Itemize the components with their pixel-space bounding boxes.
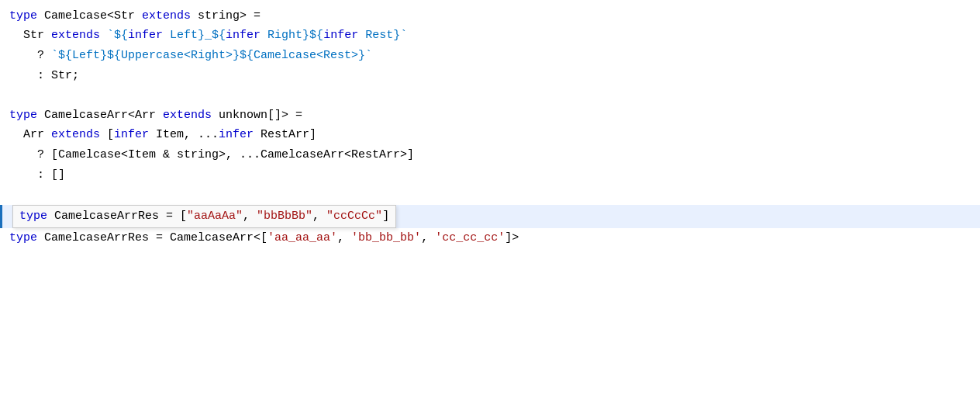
code-token: Item, ... <box>149 126 219 144</box>
code-token: 'bb_bb_bb' <box>351 229 421 248</box>
tooltip-box: type CamelcaseArrRes = ["aaAaAa", "bbBbB… <box>12 205 396 228</box>
code-line: : [] <box>0 165 980 185</box>
code-token: , <box>421 229 435 248</box>
code-token: infer <box>128 26 163 45</box>
code-token: Camelcase<Str <box>37 7 142 26</box>
code-token: type <box>9 7 37 26</box>
code-token: extends <box>51 26 100 45</box>
code-token: ? <box>9 47 51 65</box>
code-line: Str extends `${infer Left}_${infer Right… <box>0 26 980 47</box>
code-token: infer <box>323 26 358 45</box>
code-line <box>0 85 980 106</box>
code-token: Rest}` <box>358 26 407 45</box>
code-token: CamelcaseArr<Arr <box>37 106 163 125</box>
code-token: 'aa_aa_aa' <box>267 229 337 248</box>
code-editor: type Camelcase<Str extends string> = Str… <box>0 0 980 402</box>
code-line: type CamelcaseArrRes = ["aaAaAa", "bbBbB… <box>0 205 980 228</box>
code-token: unknown[]> = <box>212 106 302 125</box>
code-token: , <box>337 229 351 248</box>
code-token <box>100 26 107 45</box>
code-line: ? `${Left}${Uppercase<Right>}${Camelcase… <box>0 46 980 66</box>
code-line: type Camelcase<Str extends string> = <box>0 6 980 26</box>
code-token: "bbBbBb" <box>257 210 312 223</box>
code-token: extends <box>142 7 191 26</box>
code-token: ]> <box>505 229 519 248</box>
code-token: Arr <box>9 126 51 144</box>
code-token: , <box>243 210 257 223</box>
code-line: Arr extends [infer Item, ...infer RestAr… <box>0 126 980 146</box>
code-token: CamelcaseArrRes = CamelcaseArr<[ <box>37 229 267 248</box>
code-token: string> = <box>191 7 261 26</box>
code-token: infer <box>219 126 254 144</box>
code-token: infer <box>114 126 149 144</box>
code-token: `${ <box>107 26 128 45</box>
code-token: : [] <box>9 166 65 185</box>
code-token: "ccCcCc" <box>326 210 382 223</box>
code-line: type CamelcaseArr<Arr extends unknown[]>… <box>0 106 980 126</box>
code-token: `${Left}${Uppercase<Right>}${Camelcase<R… <box>51 47 372 65</box>
code-token: type <box>19 210 47 223</box>
code-token: Str <box>9 26 51 45</box>
code-token: ? [Camelcase<Item & string>, ...Camelcas… <box>9 146 414 165</box>
code-token: , <box>312 210 326 223</box>
code-token: type <box>9 106 37 125</box>
code-line: : Str; <box>0 66 980 86</box>
code-token: Left}_${ <box>163 26 226 45</box>
code-token: [ <box>100 126 114 144</box>
code-token: RestArr] <box>254 126 316 144</box>
code-token: 'cc_cc_cc' <box>435 229 505 248</box>
code-token: "aaAaAa" <box>187 210 243 223</box>
code-token: extends <box>51 126 100 144</box>
code-line: ? [Camelcase<Item & string>, ...Camelcas… <box>0 145 980 165</box>
code-token: Right}${ <box>261 26 323 45</box>
code-token: type <box>9 229 37 248</box>
code-token: infer <box>226 26 261 45</box>
code-line <box>0 185 980 205</box>
code-token: extends <box>163 106 212 125</box>
code-token: CamelcaseArrRes = [ <box>47 210 187 223</box>
code-token: : Str; <box>9 67 79 85</box>
code-token: ] <box>382 210 389 223</box>
code-line: type CamelcaseArrRes = CamelcaseArr<['aa… <box>0 228 980 248</box>
